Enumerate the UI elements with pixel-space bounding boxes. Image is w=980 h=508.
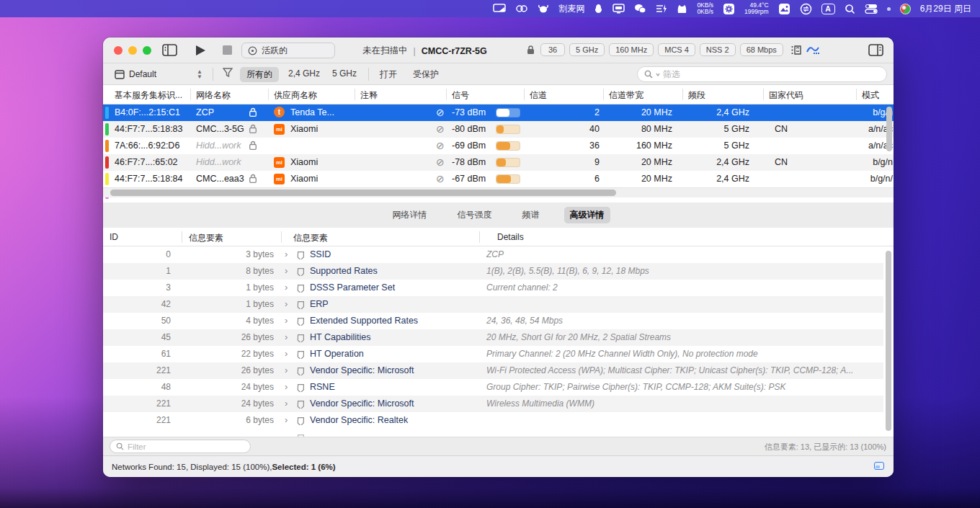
- chevron-right-icon[interactable]: ›: [285, 282, 288, 293]
- chevron-right-icon[interactable]: ›: [285, 249, 288, 259]
- close-button[interactable]: [114, 46, 122, 55]
- horizontal-scrollbar-thumb[interactable]: [110, 190, 616, 196]
- connection-badges: 36 5 GHz 160 MHz MCS 4 NSS 2 68 Mbps: [527, 43, 819, 56]
- lock-icon: [249, 141, 257, 152]
- network-search-field[interactable]: [637, 66, 887, 82]
- ie-row[interactable]: 4824 bytes › RSNE Group Cipher: TKIP; Pa…: [103, 379, 883, 396]
- zoom-button[interactable]: [143, 46, 151, 55]
- qq-icon[interactable]: [594, 4, 603, 14]
- ie-filter-field[interactable]: [110, 440, 251, 453]
- stepper-chevrons-icon: ▲▼: [197, 69, 202, 79]
- signal-bar: [496, 125, 520, 134]
- spotlight-search-icon[interactable]: [845, 4, 855, 14]
- channel-width: 20 MHz: [609, 157, 672, 167]
- switch-transfer-icon[interactable]: [800, 3, 812, 15]
- chevron-right-icon[interactable]: ›: [285, 414, 288, 425]
- display-icon[interactable]: [612, 4, 625, 14]
- network-row[interactable]: 46:F7:7...:65:02 Hidd...work mi Xiaomi ⊘…: [103, 154, 894, 171]
- right-panel-toggle-icon[interactable]: [868, 44, 883, 58]
- network-search-input[interactable]: [663, 69, 880, 79]
- filter-toolbar: Default ▲▼ 所有的 2,4 GHz 5 GHz 打开 受保护: [103, 63, 894, 85]
- screen-mirroring-icon[interactable]: [493, 4, 506, 14]
- filter-protected-button[interactable]: 受保护: [413, 68, 439, 81]
- chevron-right-icon[interactable]: ›: [285, 398, 288, 409]
- network-row[interactable]: 44:F7:7...5:18:84 CMC...eaa3 mi Xiaomi ⊘…: [103, 171, 894, 187]
- monitor-mode-icon[interactable]: [874, 462, 884, 470]
- ie-table-header[interactable]: ID 信息要素 信息要素 Details: [103, 228, 894, 246]
- signal-dbm: -69 dBm: [452, 141, 486, 151]
- start-scan-button[interactable]: [195, 45, 206, 58]
- tag-icon: [296, 416, 306, 427]
- wechat-icon[interactable]: [634, 4, 646, 14]
- colored-sphere-icon[interactable]: [900, 4, 911, 14]
- left-sidebar-toggle-icon[interactable]: [162, 44, 177, 58]
- selected-count-text: Selected: 1 (6%): [272, 463, 335, 471]
- control-center-icon[interactable]: [865, 4, 878, 14]
- input-method-badge[interactable]: A: [821, 4, 835, 14]
- channel: 6: [530, 174, 600, 184]
- scan-profile-dropdown[interactable]: 活跃的: [241, 43, 335, 58]
- chevron-right-icon[interactable]: ›: [285, 315, 288, 326]
- chevron-right-icon[interactable]: ›: [285, 265, 288, 276]
- funnel-icon[interactable]: [223, 68, 233, 79]
- network-table-header[interactable]: 基本服务集标识... 网络名称 供应商名称 注释 信号 信道 信道带宽 频段 国…: [103, 85, 894, 104]
- stop-scan-button[interactable]: [223, 45, 232, 57]
- network-table: 基本服务集标识... 网络名称 供应商名称 注释 信号 信道 信道带宽 频段 国…: [103, 85, 894, 202]
- ie-row[interactable]: 2216 bytes › Vendor Specific: Realtek: [103, 412, 883, 429]
- ie-filter-input[interactable]: [128, 442, 244, 451]
- chevron-right-icon[interactable]: ›: [285, 381, 288, 392]
- scan-status-line: 未在扫描中 | CMCC-r7ZR-5G: [362, 45, 487, 57]
- ie-row[interactable]: 18 bytes › Supported Rates 1(B), 2(B), 5…: [103, 263, 883, 280]
- menubar-date[interactable]: 6月29日 周日: [920, 3, 971, 15]
- chevron-right-icon[interactable]: ›: [285, 331, 288, 342]
- ie-row[interactable]: 31 bytes › DSSS Parameter Set Current ch…: [103, 280, 883, 296]
- chevron-right-icon[interactable]: ›: [285, 365, 288, 375]
- tab-spectrum[interactable]: 频谱: [517, 207, 545, 223]
- horizontal-scrollbar[interactable]: [103, 187, 894, 197]
- ie-row[interactable]: 22124 bytes › Vendor Specific: Microsoft…: [103, 396, 883, 412]
- chevron-down-icon: [656, 73, 660, 76]
- ie-row[interactable]: 03 bytes › SSID ZCP: [103, 246, 883, 263]
- channel: 36: [530, 141, 600, 151]
- vendor-icon-xiaomi: mi: [274, 123, 285, 135]
- vendor-name: Xiaomi: [290, 174, 318, 184]
- ie-row[interactable]: 421 bytes › ERP: [103, 296, 883, 313]
- band: 5 GHz: [683, 141, 749, 151]
- network-row[interactable]: 7A:66:...6:92:D6 Hidd...work ⊘ -69 dBm 3…: [103, 138, 894, 154]
- ssid: ZCP: [196, 107, 214, 117]
- ie-row[interactable]: 6122 bytes › HT Operation Primary Channe…: [103, 346, 883, 362]
- braid-icon[interactable]: [515, 4, 528, 14]
- status-bar: Networks Found: 15, Displayed: 15 (100%)…: [103, 455, 894, 477]
- minimize-button[interactable]: [128, 46, 137, 55]
- ie-name: Vendor Specific: Realtek: [310, 415, 408, 425]
- vertical-scrollbar-thumb[interactable]: [886, 107, 892, 151]
- ie-row[interactable]: 22126 bytes › Vendor Specific: Microsoft…: [103, 362, 883, 379]
- col-channel: 信道: [530, 89, 547, 102]
- network-row-selected[interactable]: B4:0F:...2:15:C1 ZCP t Tenda Te... ⊘ -73…: [103, 104, 894, 121]
- network-row[interactable]: 44:F7:7...5:18:83 CMC...3-5G mi Xiaomi ⊘…: [103, 121, 894, 138]
- tab-signal-strength[interactable]: 信号强度: [452, 207, 498, 223]
- filter-all-button[interactable]: 所有的: [240, 67, 279, 82]
- wifi-scanner-window: 活跃的 未在扫描中 | CMCC-r7ZR-5G 36 5 GHz 160 MH…: [103, 37, 894, 477]
- vertical-scrollbar-thumb[interactable]: [886, 251, 891, 431]
- filter-open-button[interactable]: 打开: [380, 68, 397, 81]
- photos-icon[interactable]: [778, 3, 790, 15]
- chevron-right-icon[interactable]: ›: [285, 298, 288, 309]
- tab-advanced-details[interactable]: 高级详情: [564, 207, 610, 223]
- ie-filter-bar: 信息要素: 13, 已显示的: 13 (100%): [103, 437, 894, 455]
- ie-row[interactable]: 504 bytes › Extended Supported Rates 24,…: [103, 313, 883, 329]
- tag-icon: [296, 349, 306, 361]
- titlebar[interactable]: 活跃的 未在扫描中 | CMCC-r7ZR-5G 36 5 GHz 160 MH…: [103, 37, 894, 63]
- tasklist-lightning-icon[interactable]: [656, 4, 667, 14]
- mcs-badge: MCS 4: [658, 43, 695, 56]
- preset-dropdown[interactable]: Default ▲▼: [112, 66, 205, 82]
- filter-24ghz-button[interactable]: 2,4 GHz: [288, 68, 320, 79]
- ie-name: HT Operation: [310, 349, 364, 359]
- cat-icon[interactable]: [677, 4, 687, 14]
- bull-icon[interactable]: [538, 4, 549, 14]
- chevron-right-icon[interactable]: ›: [285, 348, 288, 359]
- filter-5ghz-button[interactable]: 5 GHz: [332, 68, 357, 79]
- tab-network-details[interactable]: 网络详情: [387, 207, 433, 223]
- gemai-app-label[interactable]: 割麦网: [558, 3, 584, 15]
- ie-row[interactable]: 4526 bytes › HT Capabilities 20 MHz, Sho…: [103, 329, 883, 346]
